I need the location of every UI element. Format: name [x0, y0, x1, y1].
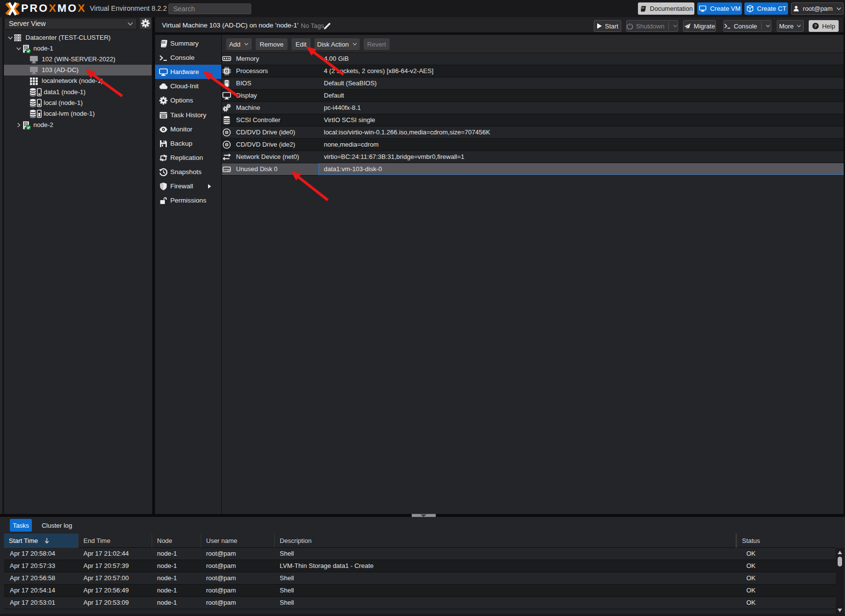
svg-text:?: ?	[814, 23, 817, 28]
